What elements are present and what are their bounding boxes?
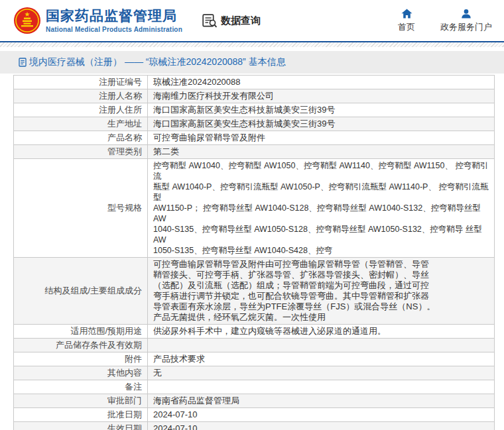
table-row: 其他内容无	[14, 366, 495, 380]
table-row: 适用范围/预期用途供泌尿外科手术中，建立内窥镜等器械进入泌尿道的通道用。	[14, 325, 495, 339]
brand: ★ 国家药品监督管理局 National Medical Products Ad…	[13, 5, 182, 36]
row-value: 2024-07-10	[148, 422, 495, 430]
row-value: 琼械注准20242020088	[148, 76, 495, 89]
data-query-label: 数据查询	[221, 15, 261, 27]
nav-portal[interactable]: 政务服务门户	[440, 9, 492, 33]
row-label: 生产地址	[14, 117, 148, 131]
row-label: 注册人住所	[14, 103, 148, 117]
brand-text: 国家药品监督管理局 National Medical Products Admi…	[46, 8, 182, 33]
row-label: 产品名称	[14, 131, 148, 145]
top-nav: 首页 政务服务门户	[398, 9, 492, 33]
row-value: 海口国家高新区美安生态科技新城美安三街39号	[148, 103, 495, 117]
row-value: 供泌尿外科手术中，建立内窥镜等器械进入泌尿道的通道用。	[148, 325, 495, 339]
table-row: 产品储存条件及有效期	[14, 339, 495, 352]
org-name-cn: 国家药品监督管理局	[46, 8, 182, 24]
nav-home[interactable]: 首页	[398, 9, 415, 33]
row-label: 批准日期	[14, 408, 148, 422]
row-value: 海口国家高新区美安生态科技新城美安三街39号	[148, 117, 495, 131]
table-row: 管理类别第二类	[14, 145, 495, 159]
row-label: 产品储存条件及有效期	[14, 339, 148, 352]
row-value: 海南维力医疗科技开发有限公司	[148, 89, 495, 103]
table-row: 产品名称可控弯曲输尿管鞘导管及附件	[14, 131, 495, 145]
table-row: 生效日期2024-07-10	[14, 422, 495, 430]
row-value	[148, 380, 495, 394]
table-row: 审批部门海南省药品监督管理局	[14, 394, 495, 408]
row-label: 注册人名称	[14, 89, 148, 103]
data-query-link[interactable]: 数据查询	[202, 14, 261, 28]
row-value: 第二类	[148, 145, 495, 159]
site-header: ★ 国家药品监督管理局 National Medical Products Ad…	[0, 0, 504, 41]
nav-portal-label: 政务服务门户	[440, 21, 492, 33]
row-label: 附件	[14, 352, 148, 366]
table-row: 型号规格控弯鞘型 AW1040、控弯鞘型 AW1050、控弯鞘型 AW1140、…	[14, 159, 495, 258]
row-label: 管理类别	[14, 145, 148, 159]
row-value: 无	[148, 366, 495, 380]
table-row: 注册人名称海南维力医疗科技开发有限公司	[14, 89, 495, 103]
table-row: 注册证编号琼械注准20242020088	[14, 76, 495, 89]
hatch-strip	[0, 42, 504, 47]
row-value: 控弯鞘型 AW1040、控弯鞘型 AW1050、控弯鞘型 AW1140、控弯鞘型…	[148, 159, 495, 258]
row-label: 结构及组成/主要组成成分	[14, 258, 148, 325]
org-name-en: National Medical Products Administration	[46, 26, 182, 33]
home-icon	[401, 9, 412, 19]
row-value: 产品技术要求	[148, 352, 495, 366]
table-row: 批准日期2024-07-10	[14, 408, 495, 422]
table-row: 生产地址海口国家高新区美安生态科技新城美安三街39号	[14, 117, 495, 131]
row-label: 生效日期	[14, 422, 148, 430]
row-label: 型号规格	[14, 159, 148, 258]
info-table-body: 注册证编号琼械注准20242020088注册人名称海南维力医疗科技开发有限公司注…	[14, 76, 495, 430]
user-icon	[461, 9, 472, 19]
row-label: 适用范围/预期用途	[14, 325, 148, 339]
table-row: 结构及组成/主要组成成分可控弯曲输尿管鞘导管及附件由可控弯曲输尿管鞘导管（导管鞘…	[14, 258, 495, 325]
row-value: 海南省药品监督管理局	[148, 394, 495, 408]
row-value	[148, 339, 495, 352]
row-label: 其他内容	[14, 366, 148, 380]
row-value: 可控弯曲输尿管鞘导管及附件由可控弯曲输尿管鞘导管（导管鞘管、导管 鞘管接头、可控…	[148, 258, 495, 325]
nmpa-emblem-icon: ★	[13, 5, 41, 36]
table-row: 注册人住所海口国家高新区美安生态科技新城美安三街39号	[14, 103, 495, 117]
row-label: 备注	[14, 380, 148, 394]
breadcrumb-text: 境内医疗器械（注册） —— “琼械注准20242020088” 基本信息	[29, 56, 286, 68]
svg-text:★: ★	[25, 11, 31, 18]
row-label: 注册证编号	[14, 76, 148, 89]
table-row: 附件产品技术要求	[14, 352, 495, 366]
row-value: 可控弯曲输尿管鞘导管及附件	[148, 131, 495, 145]
document-icon	[19, 58, 27, 67]
nav-home-label: 首页	[398, 21, 415, 33]
row-value: 2024-07-10	[148, 408, 495, 422]
info-table: 注册证编号琼械注准20242020088注册人名称海南维力医疗科技开发有限公司注…	[13, 75, 495, 430]
breadcrumb: 境内医疗器械（注册） —— “琼械注准20242020088” 基本信息	[0, 51, 504, 74]
row-label: 审批部门	[14, 394, 148, 408]
table-row: 备注	[14, 380, 495, 394]
page: ★ 国家药品监督管理局 National Medical Products Ad…	[0, 0, 504, 430]
data-query-icon	[202, 14, 218, 28]
